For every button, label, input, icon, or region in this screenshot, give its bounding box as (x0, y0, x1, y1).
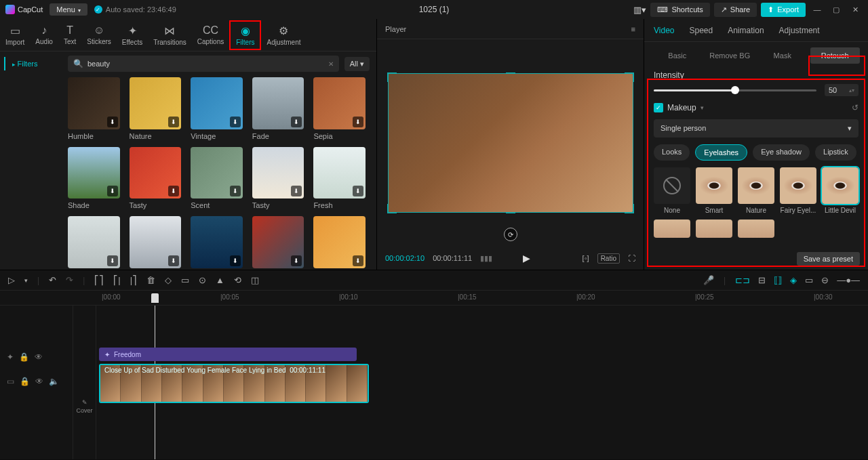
filter-item-nature[interactable]: ⬇Nature (130, 77, 182, 140)
intensity-slider[interactable] (654, 89, 816, 91)
filter-item-humble[interactable]: ⬇Humble (68, 77, 120, 140)
video-clip[interactable]: Close Up of Sad Disturbed Young Female F… (99, 364, 369, 403)
filter-item-freedom[interactable]: ⬇Freedom (313, 216, 366, 270)
link-icon[interactable]: ⊟ (758, 275, 766, 285)
filter-item-fresh[interactable]: ⬇Fresh (313, 147, 366, 210)
property-tab-animation[interactable]: Animation (728, 26, 764, 35)
filter-clip[interactable]: ✦ Freedom (99, 348, 357, 361)
split-icon[interactable]: ⎡⎤ (94, 275, 104, 285)
download-icon[interactable]: ⬇ (168, 186, 179, 196)
filter-item-sepia[interactable]: ⬇Sepia (313, 77, 366, 140)
mark-icon[interactable]: ◇ (165, 275, 172, 285)
play-button[interactable]: ▶ (523, 253, 530, 264)
subtab-basic[interactable]: Basic (652, 47, 703, 64)
media-tab-captions[interactable]: CCCaptions (192, 22, 229, 48)
layout-icon[interactable]: ▥▾ (633, 5, 646, 15)
clear-search-icon[interactable]: ✕ (328, 60, 334, 68)
media-tab-adjustment[interactable]: ⚙Adjustment (261, 22, 306, 49)
filter-item-shade[interactable]: ⬇Shade (68, 147, 120, 210)
property-tab-video[interactable]: Video (654, 26, 674, 35)
preset-fairyeyel[interactable]: Fairy Eyel... (780, 167, 816, 214)
player-menu-icon[interactable]: ≡ (631, 25, 635, 33)
track-lock-icon[interactable]: 🔒 (20, 377, 30, 386)
maximize-button[interactable]: ▢ (829, 5, 844, 14)
download-icon[interactable]: ⬇ (107, 186, 118, 196)
subtab-mask[interactable]: Mask (757, 47, 808, 64)
search-input[interactable]: 🔍 ✕ (68, 56, 339, 72)
media-tab-import[interactable]: ▭Import (0, 22, 30, 49)
preset-nature[interactable]: Nature (738, 167, 774, 214)
split-right-icon[interactable]: |⎤ (130, 275, 137, 285)
subtab-retouch[interactable]: Retouch (810, 47, 861, 64)
mirror-icon[interactable]: ▲ (216, 275, 224, 285)
download-icon[interactable]: ⬇ (353, 186, 363, 196)
snap-icon[interactable]: ⟦⟧ (774, 275, 782, 285)
media-tab-stickers[interactable]: ☺Stickers (81, 22, 117, 48)
cover-button[interactable]: ✎ Cover (73, 306, 96, 459)
makeup-tab-lipstick[interactable]: Lipstick (815, 144, 856, 161)
sidebar-item-filters[interactable]: Filters (4, 57, 64, 70)
split-left-icon[interactable]: ⎡| (113, 275, 120, 285)
redo-icon[interactable]: ↷ (66, 275, 73, 285)
filter-item-badbunny[interactable]: ⬇Badbunny (191, 216, 243, 270)
video-frame[interactable] (389, 74, 633, 212)
duplicate-icon[interactable]: ▭ (181, 275, 189, 285)
magnet-icon[interactable]: ⊏⊐ (735, 275, 750, 285)
download-icon[interactable]: ⬇ (230, 117, 241, 127)
filter-item-fresh[interactable]: ⬇Fresh (68, 216, 120, 270)
download-icon[interactable]: ⬇ (107, 117, 118, 127)
filter-item-foodie[interactable]: ⬇Foodie (252, 216, 304, 270)
monitor-icon[interactable]: ▭ (805, 275, 813, 285)
filter-item-nature[interactable]: ⬇Nature (130, 216, 182, 270)
track-visible-icon[interactable]: 👁 (35, 377, 43, 386)
selection-dropdown-icon[interactable]: ▾ (24, 277, 28, 284)
search-field[interactable] (87, 60, 324, 68)
rotate-icon[interactable]: ⟲ (234, 275, 241, 285)
preset-littledevil[interactable]: Little Devil (822, 167, 859, 214)
preset-smart[interactable]: Smart (696, 167, 732, 214)
volume-icon[interactable]: ▮▮▮ (480, 254, 492, 263)
mic-icon[interactable]: 🎤 (703, 275, 714, 285)
property-tab-adjustment[interactable]: Adjustment (779, 26, 820, 35)
crop-icon[interactable]: ◫ (251, 275, 259, 285)
zoom-out-icon[interactable]: ⊖ (821, 275, 829, 285)
intensity-value[interactable]: 50▴▾ (825, 84, 859, 96)
person-dropdown[interactable]: Single person▾ (654, 119, 859, 138)
timeline-tracks[interactable]: ✦ Freedom Close Up of Sad Disturbed Youn… (96, 306, 868, 459)
download-icon[interactable]: ⬇ (230, 255, 241, 266)
makeup-tab-looks[interactable]: Looks (654, 144, 690, 161)
rotate-handle-icon[interactable]: ⟳ (504, 228, 517, 241)
reverse-icon[interactable]: ⊙ (199, 275, 206, 285)
download-icon[interactable]: ⬇ (168, 255, 179, 266)
zoom-slider[interactable]: —●— (837, 275, 860, 285)
download-icon[interactable]: ⬇ (230, 186, 241, 196)
media-tab-effects[interactable]: ✦Effects (117, 22, 148, 49)
media-tab-filters[interactable]: ◉Filters (229, 20, 261, 50)
filter-item-vintage[interactable]: ⬇Vintage (191, 77, 243, 140)
property-tab-speed[interactable]: Speed (689, 26, 713, 35)
download-icon[interactable]: ⬇ (353, 255, 363, 266)
export-button[interactable]: ⬆Export (761, 3, 806, 17)
filter-item-tasty[interactable]: ⬇Tasty (252, 147, 304, 210)
track-effect-icon[interactable]: ✦ (7, 352, 14, 362)
filter-category-dropdown[interactable]: All ▾ (344, 57, 370, 71)
fullscreen-icon[interactable]: ⛶ (628, 254, 635, 262)
makeup-tab-eye-shadow[interactable]: Eye shadow (753, 144, 810, 161)
track-mute-icon[interactable]: 🔈 (49, 377, 59, 386)
track-video-icon[interactable]: ▭ (7, 377, 14, 386)
preview-icon[interactable]: ◈ (790, 275, 797, 285)
filter-item-fade[interactable]: ⬇Fade (252, 77, 304, 140)
download-icon[interactable]: ⬇ (353, 117, 363, 127)
timeline-ruler[interactable]: |00:00|00:05|00:10|00:15|00:20|00:25|00:… (0, 291, 868, 306)
media-tab-transitions[interactable]: ⋈Transitions (148, 22, 192, 49)
preset-none[interactable]: None (654, 167, 690, 214)
download-icon[interactable]: ⬇ (291, 117, 302, 127)
download-icon[interactable]: ⬇ (168, 117, 179, 127)
download-icon[interactable]: ⬇ (291, 255, 302, 266)
filter-item-tasty[interactable]: ⬇Tasty (130, 147, 182, 210)
close-button[interactable]: ✕ (848, 5, 863, 14)
share-button[interactable]: ↗Share (714, 3, 757, 17)
menu-button[interactable]: Menu (50, 3, 87, 16)
download-icon[interactable]: ⬇ (107, 255, 118, 266)
reset-icon[interactable]: ↺ (852, 103, 859, 112)
